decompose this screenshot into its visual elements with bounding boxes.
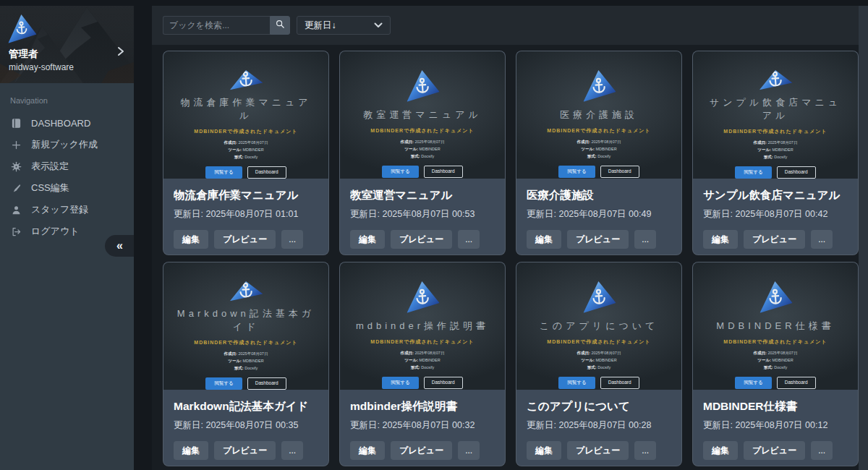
preview-button[interactable]: プレビュー (391, 441, 452, 460)
book-cover-preview[interactable]: サンプル飲食店マニュアル MDBINDERで作成されたドキュメント 作成日: 2… (693, 51, 858, 179)
preview-subtitle: MDBINDERで作成されたドキュメント (547, 127, 650, 134)
sidebar-item-staff-register[interactable]: スタッフ登録 (0, 199, 134, 221)
scrollbar-track[interactable] (859, 6, 868, 470)
meta-value: 2025年08月07日 (238, 351, 268, 356)
more-button[interactable]: ... (458, 230, 480, 249)
preview-title: 医療介護施設 (560, 108, 638, 122)
preview-view-button[interactable]: 閲覧する (205, 377, 242, 390)
sidebar-item-css-edit[interactable]: CSS編集 (0, 177, 134, 199)
preview-view-button[interactable]: 閲覧する (558, 377, 595, 389)
preview-button[interactable]: プレビュー (567, 230, 629, 249)
preview-button[interactable]: プレビュー (744, 230, 805, 249)
meta-value: MDBINDER (242, 148, 263, 152)
meta-label: ツール: (581, 147, 595, 151)
preview-view-button[interactable]: 閲覧する (382, 166, 418, 178)
sidebar-user-header[interactable]: 管理者 midway-software (0, 6, 134, 83)
edit-button[interactable]: 編集 (350, 230, 385, 249)
preview-buttons: 閲覧する Dashboard (382, 377, 462, 389)
preview-subtitle: MDBINDERで作成されたドキュメント (370, 127, 474, 134)
edit-button[interactable]: 編集 (350, 441, 385, 460)
preview-button[interactable]: プレビュー (567, 441, 629, 460)
book-actions: 編集 プレビュー ... (350, 441, 495, 460)
more-button[interactable]: ... (281, 441, 303, 460)
preview-view-button[interactable]: 閲覧する (735, 377, 771, 389)
user-icon (10, 204, 22, 215)
preview-button[interactable]: プレビュー (214, 441, 276, 460)
book-cover-preview[interactable]: Markdown記法基本ガイド MDBINDERで作成されたドキュメント 作成日… (163, 262, 328, 390)
edit-button[interactable]: 編集 (703, 230, 738, 249)
updated-prefix: 更新日: (527, 209, 556, 219)
anchor-logo-icon (582, 280, 617, 314)
preview-view-button[interactable]: 閲覧する (735, 166, 771, 179)
meta-value: 2025年08月07日 (414, 351, 444, 355)
updated-value: 2025年08月07日 00:53 (382, 209, 475, 219)
edit-button[interactable]: 編集 (527, 230, 561, 249)
preview-view-button[interactable]: 閲覧する (558, 166, 595, 178)
book-cover-preview[interactable]: 教室運営マニュアル MDBINDERで作成されたドキュメント 作成日: 2025… (340, 51, 505, 179)
preview-subtitle: MDBINDERで作成されたドキュメント (547, 338, 650, 346)
anchor-logo-icon (229, 69, 263, 90)
preview-button[interactable]: プレビュー (744, 441, 805, 460)
book-actions: 編集 プレビュー ... (174, 441, 318, 460)
edit-button[interactable]: 編集 (527, 441, 561, 460)
meta-value: Docsify (244, 155, 258, 159)
preview-dashboard-button[interactable]: Dashboard (777, 377, 816, 389)
chevron-right-icon[interactable] (116, 46, 125, 59)
preview-dashboard-button[interactable]: Dashboard (600, 166, 639, 178)
preview-meta: 作成日: 2025年08月07日 ツール: MDBINDER 形式: Docsi… (401, 350, 445, 372)
sort-dropdown[interactable]: 更新日↓ (297, 16, 391, 35)
meta-label: 形式: (411, 154, 420, 158)
sidebar-collapse-button[interactable]: « (105, 235, 134, 257)
meta-label: ツール: (404, 358, 418, 362)
book-cover-preview[interactable]: 物流倉庫作業マニュアル MDBINDERで作成されたドキュメント 作成日: 20… (163, 51, 328, 179)
preview-dashboard-button[interactable]: Dashboard (424, 377, 463, 389)
preview-dashboard-button[interactable]: Dashboard (247, 166, 286, 179)
more-button[interactable]: ... (634, 230, 656, 249)
more-button[interactable]: ... (634, 441, 656, 460)
preview-dashboard-button[interactable]: Dashboard (424, 166, 463, 178)
more-button[interactable]: ... (281, 230, 303, 249)
updated-value: 2025年08月07日 00:32 (382, 420, 475, 430)
meta-value: MDBINDER (595, 358, 616, 362)
preview-view-button[interactable]: 閲覧する (382, 377, 418, 389)
preview-dashboard-button[interactable]: Dashboard (247, 377, 286, 390)
book-cover-preview[interactable]: 医療介護施設 MDBINDERで作成されたドキュメント 作成日: 2025年08… (516, 51, 681, 179)
preview-button[interactable]: プレビュー (214, 230, 276, 249)
book-cover-preview[interactable]: mdbinder操作説明書 MDBINDERで作成されたドキュメント 作成日: … (340, 262, 505, 390)
more-button[interactable]: ... (458, 441, 480, 460)
updated-value: 2025年08月07日 00:49 (558, 209, 651, 219)
more-button[interactable]: ... (811, 441, 833, 460)
preview-meta: 作成日: 2025年08月07日 ツール: MDBINDER 形式: Docsi… (754, 350, 798, 372)
preview-title: 教室運営マニュアル (363, 108, 482, 122)
gear-icon (10, 161, 22, 172)
more-button[interactable]: ... (811, 230, 833, 249)
preview-buttons: 閲覧する Dashboard (735, 377, 815, 389)
edit-button[interactable]: 編集 (174, 230, 208, 249)
sidebar-item-label: CSS編集 (31, 181, 69, 195)
book-cover-preview[interactable]: このアプリについて MDBINDERで作成されたドキュメント 作成日: 2025… (516, 262, 681, 390)
sidebar-item-dashboard[interactable]: DASHBOARD (0, 112, 134, 134)
book-card: 物流倉庫作業マニュアル MDBINDERで作成されたドキュメント 作成日: 20… (163, 51, 329, 255)
edit-button[interactable]: 編集 (174, 441, 208, 460)
preview-button[interactable]: プレビュー (391, 230, 452, 249)
meta-value: Docsify (421, 154, 434, 158)
edit-button[interactable]: 編集 (703, 441, 738, 460)
updated-prefix: 更新日: (350, 420, 380, 430)
book-cover-preview[interactable]: MDBINDER仕様書 MDBINDERで作成されたドキュメント 作成日: 20… (693, 262, 858, 390)
sidebar-item-display-settings[interactable]: 表示設定 (0, 155, 134, 177)
book-title: Markdown記法基本ガイド (174, 399, 318, 414)
search-icon (275, 19, 285, 32)
sidebar-item-label: ログアウト (31, 225, 80, 238)
updated-value: 2025年08月07日 00:12 (735, 420, 827, 430)
book-updated: 更新日: 2025年08月07日 00:28 (527, 419, 671, 432)
preview-view-button[interactable]: 閲覧する (205, 166, 242, 179)
book-title: このアプリについて (527, 399, 671, 414)
preview-dashboard-button[interactable]: Dashboard (600, 377, 639, 389)
sidebar-item-new-book[interactable]: 新規ブック作成 (0, 134, 134, 155)
meta-value: 2025年08月07日 (591, 351, 621, 355)
search-input[interactable] (163, 16, 270, 35)
preview-dashboard-button[interactable]: Dashboard (777, 166, 816, 179)
search-button[interactable] (270, 16, 290, 35)
chevron-down-icon (374, 20, 383, 30)
book-card-body: mdbinder操作説明書 更新日: 2025年08月07日 00:32 編集 … (340, 390, 505, 460)
